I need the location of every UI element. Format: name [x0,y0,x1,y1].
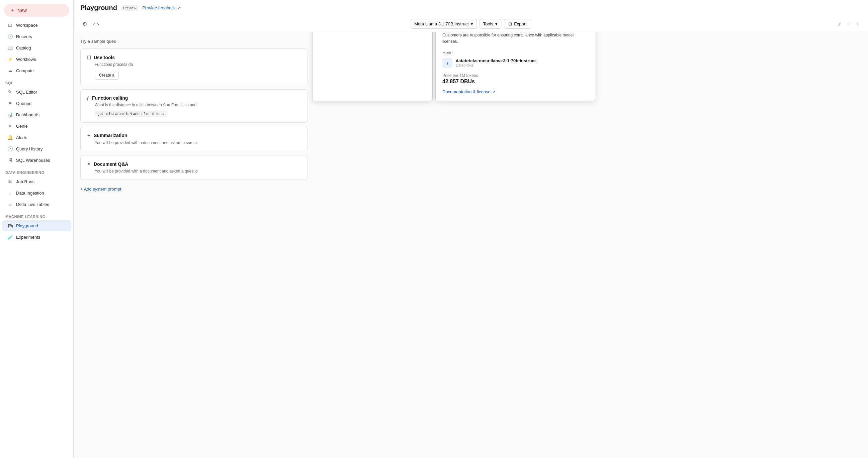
workspace-icon: ⊡ [7,23,13,28]
card-desc: You will be provided with a document and… [95,140,302,146]
doc-link[interactable]: Documentation & license ↗ [442,89,589,94]
feedback-link[interactable]: Provide feedback ↗ [142,5,181,10]
card-summarization: ✦ Summarization You will be provided wit… [80,127,308,152]
price-per-token-label: Price per 1M tokens [442,73,589,78]
function-tag: get_distance_between_locations [95,111,167,117]
sidebar-item-workflows[interactable]: ⚡ Workflows [2,54,71,65]
page-title: Playground [80,4,117,12]
sidebar-item-delta-live-tables[interactable]: ⊿ Delta Live Tables [2,199,71,209]
sidebar-item-recents[interactable]: 🕐 Recents [2,31,71,42]
sidebar-item-label: Workflows [16,57,36,62]
toolbar-left: ⚙ < > [80,20,101,28]
sidebar-item-queries[interactable]: ≡ Queries [2,98,71,109]
page-header: Playground Preview Provide feedback ↗ [73,0,868,16]
card-desc: What is the distance in miles between Sa… [95,102,302,108]
add-system-prompt-label: + Add system prompt [80,187,121,192]
zoom-in-icon: + [856,21,859,27]
tools-button[interactable]: Tools ▾ [479,19,501,29]
sidebar-item-workspace[interactable]: ⊡ Workspace [2,20,71,30]
card-function-calling: ƒ Function calling What is the distance … [80,89,308,123]
compute-icon: ☁ [7,68,13,73]
zoom-in-button[interactable]: + [854,20,861,28]
summarization-icon: ✦ [87,132,91,139]
delta-live-tables-icon: ⊿ [7,202,13,207]
toolbar: ⚙ < > Meta Llama 3.1 70B Instruct ▾ Tool… [73,16,868,32]
sidebar-item-label: Playground [16,223,38,228]
sidebar-item-experiments[interactable]: 🧪 Experiments [2,232,71,242]
sidebar-item-job-runs[interactable]: ≋ Job Runs [2,176,71,187]
plus-icon: ＋ [10,7,15,13]
zoom-out-button[interactable]: − [845,20,852,28]
chevron-down-icon: ▾ [495,22,498,26]
model-selector[interactable]: Meta Llama 3.1 70B Instruct ▾ [410,19,477,29]
external-link-icon: ↗ [492,89,496,94]
card-title: Document Q&A [94,161,128,167]
chevron-down-icon: ▾ [471,22,473,26]
data-eng-section-label: Data Engineering [0,166,73,176]
zoom-out-icon: − [847,21,850,27]
sidebar-item-label: Workspace [16,23,38,28]
dashboards-icon: 📊 [7,112,13,117]
workflows-icon: ⚡ [7,57,13,62]
toolbar-right: ⤢ − + [836,20,861,28]
preview-badge: Preview [121,5,138,11]
new-button[interactable]: ＋ New [4,4,69,17]
card-header: ⊡ Use tools [87,54,302,61]
add-system-prompt[interactable]: + Add system prompt [80,184,861,194]
sidebar-item-query-history[interactable]: 🕐 Query History [2,143,71,154]
export-icon: ⊡ [508,22,512,26]
create-button[interactable]: Create a [95,71,119,79]
main-content: Playground Preview Provide feedback ↗ ⚙ … [73,0,868,458]
tools-label: Tools [483,22,493,26]
sidebar-item-label: Job Runs [16,179,34,184]
dropdown-container: 🔍 Pay-per-token ✓ Meta Llama 3.1 70B Ins… [312,32,596,101]
sidebar-item-genie[interactable]: ✦ Genie [2,121,71,131]
data-ingestion-icon: ↓ [7,190,13,196]
export-label: Export [514,22,527,26]
sidebar-item-label: Dashboards [16,112,39,117]
sidebar-item-sql-editor[interactable]: ✎ SQL Editor [2,87,71,97]
queries-icon: ≡ [7,101,13,106]
sql-editor-icon: ✎ [7,89,13,95]
sidebar-item-playground[interactable]: 🎮 Playground [2,220,71,231]
sidebar-item-label: Recents [16,34,32,39]
sidebar-item-sql-warehouses[interactable]: 🗄 SQL Warehouses [2,155,71,165]
card-desc: Functions process da [95,62,302,68]
sidebar-item-dashboards[interactable]: 📊 Dashboards [2,109,71,120]
minimize-button[interactable]: ⤢ [836,20,843,28]
card-header: ✦ Summarization [87,132,302,139]
sidebar-item-label: Genie [16,124,28,129]
card-title: Use tools [94,55,115,60]
sidebar-item-label: Queries [16,101,31,106]
create-label: Create a [99,73,115,77]
card-use-tools: ⊡ Use tools Functions process da Create … [80,48,308,85]
model-info: databricks-meta-llama-3-1-70b-instruct D… [456,58,536,67]
export-button[interactable]: ⊡ Export [504,19,531,29]
sidebar-item-label: Alerts [16,135,27,140]
sidebar-item-catalog[interactable]: 📖 Catalog [2,42,71,53]
model-section-label: Model [442,51,589,55]
external-link-icon: ↗ [177,5,181,10]
minimize-icon: ⤢ [838,22,841,27]
sql-warehouses-icon: 🗄 [7,158,13,163]
sidebar-item-compute[interactable]: ☁ Compute [2,65,71,76]
databricks-icon: ⬧ [442,58,453,68]
job-runs-icon: ≋ [7,179,13,184]
sidebar-item-label: Delta Live Tables [16,202,49,207]
card-header: ✦ Document Q&A [87,161,302,167]
price-value: 42.857 DBUs [442,78,589,85]
sidebar-item-label: Data Ingestion [16,191,44,196]
sidebar-item-data-ingestion[interactable]: ↓ Data Ingestion [2,188,71,198]
sidebar-item-label: Catalog [16,45,31,51]
sidebar-item-label: Compute [16,68,34,73]
feedback-label: Provide feedback [142,5,176,10]
settings-button[interactable]: ⚙ [80,20,89,28]
model-name: databricks-meta-llama-3-1-70b-instruct [456,58,536,63]
card-title: Summarization [94,133,127,138]
catalog-icon: 📖 [7,45,13,51]
use-tools-icon: ⊡ [87,54,91,61]
sidebar-item-alerts[interactable]: 🔔 Alerts [2,132,71,143]
alerts-icon: 🔔 [7,135,13,140]
sidebar-item-label: Experiments [16,235,40,240]
code-button[interactable]: < > [91,20,101,28]
